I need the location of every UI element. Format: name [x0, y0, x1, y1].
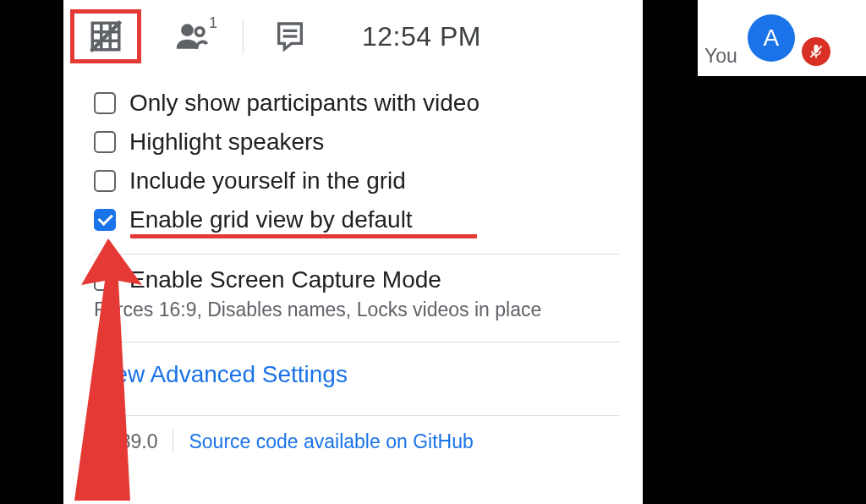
avatar: A [748, 14, 795, 62]
topbar-divider [243, 19, 244, 54]
chat-icon[interactable] [267, 9, 313, 63]
option-only-video[interactable]: Only show participants with video [94, 90, 619, 117]
checkbox[interactable] [94, 131, 116, 153]
option-label: Include yourself in the grid [129, 167, 406, 194]
svg-point-6 [181, 24, 194, 36]
option-highlight-speakers[interactable]: Highlight speakers [94, 129, 619, 156]
checkbox[interactable] [94, 170, 116, 192]
avatar-letter: A [763, 25, 779, 52]
svg-point-7 [195, 28, 204, 36]
checkbox[interactable] [94, 92, 116, 114]
options-section: Only show participants with video Highli… [63, 73, 643, 453]
screen-capture-desc: Forces 16:9, Disables names, Locks video… [94, 299, 619, 321]
topbar: 1 12:54 PM [63, 0, 643, 73]
divider [94, 342, 619, 342]
version-label: v1.39.0 [94, 430, 157, 453]
option-enable-grid-default[interactable]: Enable grid view by default [94, 206, 619, 233]
option-screen-capture[interactable]: Enable Screen Capture Mode [94, 266, 619, 293]
option-label: Enable grid view by default [129, 206, 413, 233]
option-label: Highlight speakers [129, 129, 324, 156]
you-label: You [704, 45, 737, 68]
option-include-self[interactable]: Include yourself in the grid [94, 167, 619, 194]
self-video-tile: You A [698, 0, 866, 76]
source-code-link[interactable]: Source code available on GitHub [189, 430, 473, 453]
annotation-underline [130, 234, 477, 238]
grid-view-toggle-icon[interactable] [70, 9, 141, 63]
svg-line-5 [91, 22, 121, 52]
clock-time: 12:54 PM [362, 21, 481, 52]
footer: v1.39.0 Source code available on GitHub [94, 428, 619, 453]
divider [94, 254, 619, 255]
checkbox[interactable] [94, 269, 116, 291]
footer-divider [173, 430, 173, 453]
mic-muted-icon[interactable] [802, 37, 830, 66]
option-label: Only show participants with video [129, 90, 480, 117]
checkbox-checked[interactable] [94, 209, 116, 231]
divider [94, 415, 619, 416]
advanced-settings-link[interactable]: View Advanced Settings [94, 361, 348, 388]
participant-count: 1 [209, 14, 217, 32]
option-label: Enable Screen Capture Mode [129, 266, 441, 293]
settings-panel: 1 12:54 PM Only show participants with v… [63, 0, 643, 504]
people-icon[interactable]: 1 [165, 9, 219, 63]
